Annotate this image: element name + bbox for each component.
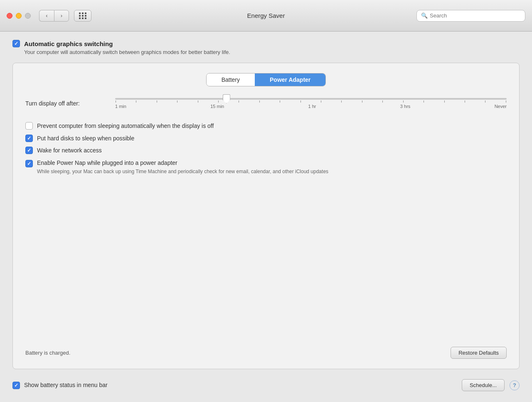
bottom-right: Schedule... ? (462, 379, 520, 391)
network-access-label: Wake for network access (37, 147, 102, 155)
display-sleep-slider[interactable] (115, 98, 507, 100)
options-section: Prevent computer from sleeping automatic… (25, 122, 507, 175)
tick-14 (382, 100, 383, 103)
option-power-nap: Enable Power Nap while plugged into a po… (25, 159, 507, 175)
settings-panel: Battery Power Adapter Turn display off a… (12, 63, 520, 369)
battery-status: Battery is charged. (25, 350, 70, 356)
slider-label-15min: 15 min (210, 104, 224, 109)
tick-3 (157, 100, 157, 103)
maximize-button[interactable] (25, 13, 31, 19)
bottom-bar: Show battery status in menu bar Schedule… (12, 375, 520, 394)
prevent-sleep-content: Prevent computer from sleeping automatic… (37, 122, 214, 130)
tick-1 (116, 100, 116, 103)
slider-label-1hr: 1 hr (308, 104, 316, 109)
power-nap-sublabel: While sleeping, your Mac can back up usi… (37, 168, 328, 175)
auto-graphics-description: Your computer will automatically switch … (24, 49, 520, 55)
power-nap-label: Enable Power Nap while plugged into a po… (37, 159, 328, 167)
nav-forward-button[interactable]: › (54, 10, 69, 22)
auto-graphics-checkbox[interactable] (12, 40, 20, 47)
power-nap-content: Enable Power Nap while plugged into a po… (37, 159, 328, 175)
tick-7 (239, 100, 239, 103)
main-content: Automatic graphics switching Your comput… (0, 32, 532, 402)
close-button[interactable] (7, 13, 12, 19)
slider-row: Turn display off after: (25, 98, 507, 109)
tab-power-adapter[interactable]: Power Adapter (255, 74, 325, 86)
tick-12 (341, 100, 342, 103)
slider-label: Turn display off after: (25, 100, 108, 107)
tick-5 (198, 100, 198, 103)
bottom-left: Show battery status in menu bar (12, 381, 108, 390)
restore-defaults-button[interactable]: Restore Defaults (451, 347, 507, 359)
option-hard-disks: Put hard disks to sleep when possible (25, 135, 507, 143)
grid-view-button[interactable] (74, 10, 91, 22)
tab-switcher: Battery Power Adapter (25, 73, 507, 86)
panel-footer: Battery is charged. Restore Defaults (25, 338, 507, 359)
prevent-sleep-label: Prevent computer from sleeping automatic… (37, 122, 214, 130)
search-icon: 🔍 (421, 12, 428, 19)
hard-disks-content: Put hard disks to sleep when possible (37, 135, 134, 143)
hard-disks-checkbox[interactable] (25, 135, 33, 142)
help-button[interactable]: ? (510, 380, 520, 390)
tick-10 (300, 100, 301, 103)
search-box: 🔍 (416, 10, 525, 22)
display-sleep-section: Turn display off after: (25, 98, 507, 112)
slider-label-1min: 1 min (115, 104, 126, 109)
tick-container: 1 min 15 min 1 hr 3 hrs Never (115, 98, 507, 109)
tick-20 (506, 100, 506, 103)
traffic-lights (7, 13, 31, 19)
network-access-content: Wake for network access (37, 147, 102, 155)
slider-container: 1 min 15 min 1 hr 3 hrs Never (115, 98, 507, 109)
tab-group: Battery Power Adapter (206, 73, 326, 86)
show-battery-label: Show battery status in menu bar (24, 381, 108, 390)
prevent-sleep-checkbox[interactable] (25, 122, 33, 130)
grid-icon (79, 12, 87, 19)
hard-disks-label: Put hard disks to sleep when possible (37, 135, 134, 143)
slider-ticks (115, 100, 507, 103)
nav-buttons: ‹ › (39, 10, 69, 22)
window-title: Energy Saver (247, 12, 285, 19)
tick-6 (218, 100, 219, 103)
search-input[interactable] (430, 12, 521, 19)
tick-15 (403, 100, 404, 103)
power-nap-checkbox[interactable] (25, 160, 33, 167)
tick-16 (424, 100, 424, 103)
schedule-button[interactable]: Schedule... (462, 379, 505, 391)
tick-17 (444, 100, 445, 103)
auto-graphics-row: Automatic graphics switching (12, 40, 520, 47)
minimize-button[interactable] (16, 13, 22, 19)
tick-11 (321, 100, 321, 103)
option-network-access: Wake for network access (25, 147, 507, 155)
slider-label-never: Never (495, 104, 507, 109)
nav-back-button[interactable]: ‹ (39, 10, 54, 22)
slider-labels: 1 min 15 min 1 hr 3 hrs Never (115, 104, 507, 109)
tab-battery[interactable]: Battery (207, 74, 255, 86)
show-battery-checkbox[interactable] (12, 382, 20, 389)
tick-18 (465, 100, 465, 103)
network-access-checkbox[interactable] (25, 147, 33, 154)
option-prevent-sleep: Prevent computer from sleeping automatic… (25, 122, 507, 130)
tick-4 (177, 100, 177, 103)
auto-graphics-label: Automatic graphics switching (24, 40, 113, 47)
slider-label-3hrs: 3 hrs (400, 104, 410, 109)
titlebar: ‹ › Energy Saver 🔍 (0, 0, 532, 32)
tick-2 (136, 100, 136, 103)
tick-13 (362, 100, 362, 103)
tick-8 (259, 100, 260, 103)
auto-graphics-section: Automatic graphics switching Your comput… (12, 40, 520, 55)
tick-19 (485, 100, 485, 103)
tick-9 (280, 100, 280, 103)
